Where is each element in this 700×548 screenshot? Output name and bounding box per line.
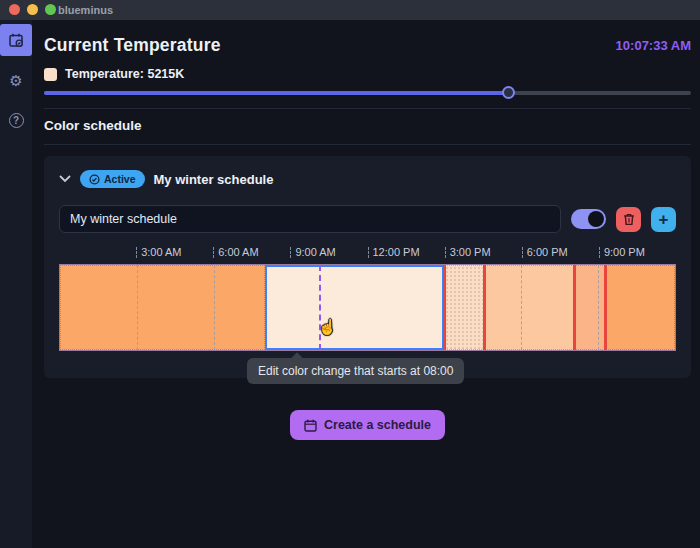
add-color-change-button[interactable]: + [651, 207, 676, 232]
schedule-segment[interactable] [574, 265, 605, 350]
timeline-tick [136, 247, 137, 258]
schedule-segment[interactable] [484, 265, 574, 350]
sidebar: ⚙ ? [0, 20, 32, 548]
tooltip-text: Edit color change that starts at 08:00 [258, 364, 453, 378]
schedule-card: Active My winter schedule [44, 156, 691, 378]
temperature-color-swatch [44, 68, 57, 81]
gear-icon: ⚙ [9, 73, 22, 88]
schedule-segment-selected[interactable] [265, 265, 444, 350]
hand-cursor-icon: ☝ [318, 318, 337, 336]
timeline-tick [445, 247, 446, 258]
delete-schedule-button[interactable] [616, 207, 641, 232]
slider-thumb[interactable] [502, 86, 515, 99]
create-schedule-label: Create a schedule [324, 418, 431, 432]
sidebar-item-schedule[interactable] [0, 24, 32, 56]
timeline-tick-label: 6:00 PM [527, 246, 568, 258]
divider [44, 144, 691, 145]
timeline-tick [522, 247, 523, 258]
hour-gridline [137, 265, 138, 350]
timeline-tick [290, 247, 291, 258]
chevron-down-icon[interactable] [59, 175, 71, 183]
page-title: Current Temperature [44, 35, 221, 56]
create-schedule-button[interactable]: Create a schedule [290, 410, 445, 440]
hour-gridline [214, 265, 215, 350]
timeline-tick [599, 247, 600, 258]
calendar-icon [304, 419, 317, 432]
edit-tooltip: Edit color change that starts at 08:00 [247, 358, 464, 384]
timeline-tick [368, 247, 369, 258]
temperature-label: Temperature: 5215K [65, 67, 184, 81]
schedule-enabled-toggle[interactable] [571, 209, 606, 229]
hour-gridline [521, 265, 522, 350]
timeline-tick-label: 12:00 PM [373, 246, 420, 258]
sidebar-item-help[interactable]: ? [0, 104, 32, 136]
schedule-segment[interactable] [444, 265, 484, 350]
check-circle-icon [89, 174, 100, 185]
timeline-tick-label: 3:00 AM [141, 246, 181, 258]
zoom-icon[interactable] [45, 4, 56, 15]
titlebar: blueminus [0, 0, 700, 20]
slider-fill [44, 91, 509, 95]
color-change-marker[interactable] [573, 265, 576, 350]
app-window: blueminus ⚙ ? [0, 0, 700, 548]
color-change-marker[interactable] [604, 265, 607, 350]
timeline-tick-label: 9:00 AM [295, 246, 335, 258]
timeline-tick-label: 6:00 AM [218, 246, 258, 258]
hour-gridline [598, 265, 599, 350]
color-change-marker[interactable] [443, 265, 446, 350]
schedule-name-input[interactable] [59, 205, 561, 233]
color-change-marker[interactable] [483, 265, 486, 350]
current-time-clock: 10:07:33 AM [616, 38, 691, 53]
toggle-knob [588, 211, 604, 227]
help-circle-icon: ? [9, 113, 24, 128]
current-time-line [319, 265, 321, 350]
schedule-segment[interactable] [60, 265, 265, 350]
active-badge-label: Active [104, 173, 136, 185]
trash-icon [623, 213, 635, 226]
temperature-slider[interactable] [44, 86, 691, 99]
color-schedule-bar[interactable]: ☝ Edit color change that starts at 08:00 [59, 264, 676, 351]
traffic-lights [9, 4, 56, 15]
timeline-axis: 3:00 AM6:00 AM9:00 AM12:00 PM3:00 PM6:00… [59, 246, 676, 260]
color-schedule-heading: Color schedule [44, 118, 691, 133]
calendar-check-icon [8, 32, 25, 49]
active-badge: Active [80, 170, 145, 188]
tooltip-arrow [291, 352, 302, 363]
timeline-tick-label: 3:00 PM [450, 246, 491, 258]
divider [44, 108, 691, 109]
timeline-tick-label: 9:00 PM [604, 246, 645, 258]
timeline-tick [213, 247, 214, 258]
sidebar-item-settings[interactable]: ⚙ [0, 64, 32, 96]
window-title: blueminus [58, 4, 113, 16]
schedule-segment[interactable] [605, 265, 675, 350]
plus-icon: + [659, 211, 669, 228]
close-icon[interactable] [9, 4, 20, 15]
schedule-title: My winter schedule [154, 172, 274, 187]
main-content: Current Temperature 10:07:33 AM Temperat… [32, 20, 700, 548]
minimize-icon[interactable] [27, 4, 38, 15]
